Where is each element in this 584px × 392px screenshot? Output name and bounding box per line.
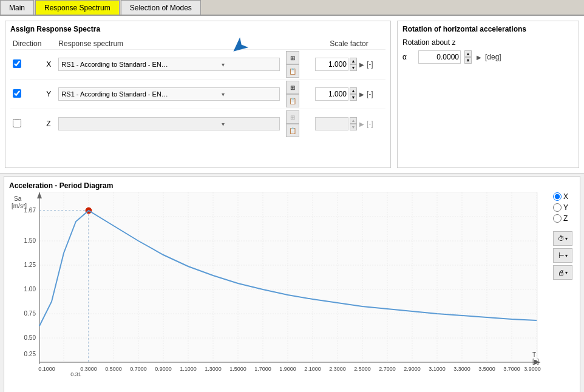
scale-input-x: ▲ ▼ ▶ [-]	[315, 58, 383, 71]
checkbox-z[interactable]	[13, 119, 21, 127]
tab-main[interactable]: Main	[0, 0, 34, 15]
rotation-section: Rotation of horizontal accelerations Rot…	[397, 21, 579, 168]
col-direction: Direction	[10, 38, 44, 50]
radio-x-label: X	[563, 192, 568, 201]
svg-text:0.31: 0.31	[70, 371, 81, 377]
svg-text:3.9000: 3.9000	[524, 366, 541, 372]
alpha-arrow-right[interactable]: ▶	[477, 54, 481, 61]
spectrum-dropdown-x[interactable]: RS1 - According to Standard - EN 1998-1 …	[58, 58, 280, 71]
spin-down-x[interactable]: ▼	[350, 64, 357, 71]
spectrum-x-text: RS1 - According to Standard - EN 1998-1 …	[61, 61, 169, 68]
chart-svg: 1.67 1.50 1.25 1.00 0.75 0.50 0.25 Sa [m…	[9, 192, 543, 377]
svg-rect-0	[39, 192, 537, 362]
svg-text:0.5000: 0.5000	[105, 366, 122, 372]
print-btn[interactable]: 🖨▾	[553, 265, 572, 280]
icon-btns-z-cell: ⊞ 📋	[282, 109, 313, 139]
spin-btns-z: ▲ ▼	[350, 117, 357, 130]
radio-z[interactable]	[553, 214, 562, 223]
checkbox-x[interactable]	[13, 59, 21, 68]
axis-btn[interactable]: ⊢▾	[553, 248, 572, 263]
tab-response-spectrum[interactable]: Response Spectrum	[35, 0, 120, 15]
chart-icon-x[interactable]: 📋	[286, 64, 299, 78]
clock-btn[interactable]: ⏱▾	[553, 231, 572, 246]
scale-value-y[interactable]	[315, 87, 348, 101]
dash-x[interactable]: [-]	[367, 60, 373, 69]
spin-up-y[interactable]: ▲	[350, 87, 357, 94]
table-icon-y[interactable]: ⊞	[286, 81, 299, 94]
col-spectrum: Response spectrum	[56, 38, 282, 50]
spectrum-dropdown-z-cell: ▾	[56, 109, 282, 139]
chart-icon-z[interactable]: 📋	[286, 124, 299, 137]
scale-value-x[interactable]	[315, 58, 348, 71]
scale-z-cell: ▲ ▼ ▶ [-]	[313, 109, 385, 139]
chart-icon-y[interactable]: 📋	[286, 94, 299, 107]
spectrum-dropdown-y[interactable]: RS1 - According to Standard - EN 1998-1 …	[58, 87, 280, 101]
svg-text:3.5000: 3.5000	[478, 366, 495, 372]
svg-text:0.3000: 0.3000	[80, 366, 97, 372]
svg-text:0.50: 0.50	[24, 334, 36, 341]
alpha-spin-down[interactable]: ▼	[464, 57, 472, 64]
dir-label-z: Z	[44, 109, 56, 139]
table-row-z: Z ▾ ⊞ 📋	[10, 109, 385, 139]
table-icon-z[interactable]: ⊞	[286, 110, 299, 124]
scale-x-cell: ▲ ▼ ▶ [-]	[313, 50, 385, 79]
dir-label-x: X	[44, 50, 56, 79]
dash-y[interactable]: [-]	[367, 90, 373, 98]
radio-row-x: X	[553, 192, 575, 201]
assign-section-title: Assign Response Spectra	[10, 25, 385, 33]
svg-text:[s]: [s]	[532, 358, 539, 365]
svg-text:2.5000: 2.5000	[354, 366, 371, 372]
radio-row-y: Y	[553, 203, 575, 212]
spin-down-y[interactable]: ▼	[350, 94, 357, 101]
arrow-right-z: ▶	[359, 121, 364, 127]
svg-text:1.25: 1.25	[24, 262, 36, 268]
svg-text:1.7000: 1.7000	[254, 366, 271, 372]
top-panel: Assign Response Spectra Direction Respon…	[0, 16, 584, 174]
checkbox-z-cell[interactable]	[10, 109, 44, 139]
svg-text:3.1000: 3.1000	[429, 366, 446, 372]
rotation-section-title: Rotation of horizontal accelerations	[402, 25, 574, 33]
radio-row-z: Z	[553, 214, 575, 223]
tab-bar: Main Response Spectrum Selection of Mode…	[0, 0, 584, 16]
chart-area: 1.67 1.50 1.25 1.00 0.75 0.50 0.25 Sa [m…	[9, 192, 575, 379]
svg-text:2.9000: 2.9000	[404, 366, 421, 372]
spectrum-dropdown-y-cell: RS1 - According to Standard - EN 1998-1 …	[56, 79, 282, 109]
svg-text:3.7000: 3.7000	[503, 366, 520, 372]
svg-text:1.9000: 1.9000	[279, 366, 296, 372]
svg-text:0.75: 0.75	[24, 310, 36, 317]
chart-title: Acceleration - Period Diagram	[9, 181, 575, 190]
bottom-panel: Acceleration - Period Diagram	[4, 176, 580, 392]
checkbox-x-cell[interactable]	[10, 50, 44, 79]
svg-text:1.50: 1.50	[24, 237, 36, 244]
tab-selection-modes[interactable]: Selection of Modes	[121, 0, 201, 15]
dropdown-arrow-z: ▾	[169, 121, 277, 127]
rotation-about-z-label: Rotation about z	[402, 38, 574, 47]
direction-table: Direction Response spectrum Scale factor…	[10, 38, 385, 138]
table-icon-x[interactable]: ⊞	[286, 51, 299, 64]
checkbox-y[interactable]	[13, 89, 21, 98]
svg-text:2.3000: 2.3000	[329, 366, 346, 372]
spin-up-x[interactable]: ▲	[350, 58, 357, 64]
checkbox-y-cell[interactable]	[10, 79, 44, 109]
arrow-right-y[interactable]: ▶	[359, 91, 364, 98]
radio-z-label: Z	[563, 214, 568, 223]
spectrum-dropdown-x-cell: RS1 - According to Standard - EN 1998-1 …	[56, 50, 282, 79]
assign-section: Assign Response Spectra Direction Respon…	[5, 21, 391, 168]
svg-text:1.1000: 1.1000	[180, 366, 197, 372]
arrow-right-x[interactable]: ▶	[359, 61, 364, 68]
scale-y-cell: ▲ ▼ ▶ [-]	[313, 79, 385, 109]
alpha-spin-up[interactable]: ▲	[464, 50, 472, 57]
svg-text:0.1000: 0.1000	[38, 366, 55, 372]
alpha-input[interactable]	[418, 50, 461, 64]
svg-text:1.00: 1.00	[24, 286, 36, 292]
radio-y[interactable]	[553, 203, 562, 212]
unit-label: [deg]	[485, 53, 501, 61]
svg-text:1.5000: 1.5000	[229, 366, 246, 372]
radio-y-label: Y	[563, 203, 568, 212]
spectrum-y-text: RS1 - According to Standard - EN 1998-1 …	[61, 90, 169, 98]
chart-controls: X Y Z ⏱▾ ⊢▾ 🖨▾	[553, 192, 575, 379]
svg-text:[m/s²]: [m/s²]	[12, 203, 27, 209]
svg-text:2.7000: 2.7000	[379, 366, 396, 372]
icon-btns-x-cell: ⊞ 📋	[282, 50, 313, 79]
radio-x[interactable]	[553, 192, 562, 201]
